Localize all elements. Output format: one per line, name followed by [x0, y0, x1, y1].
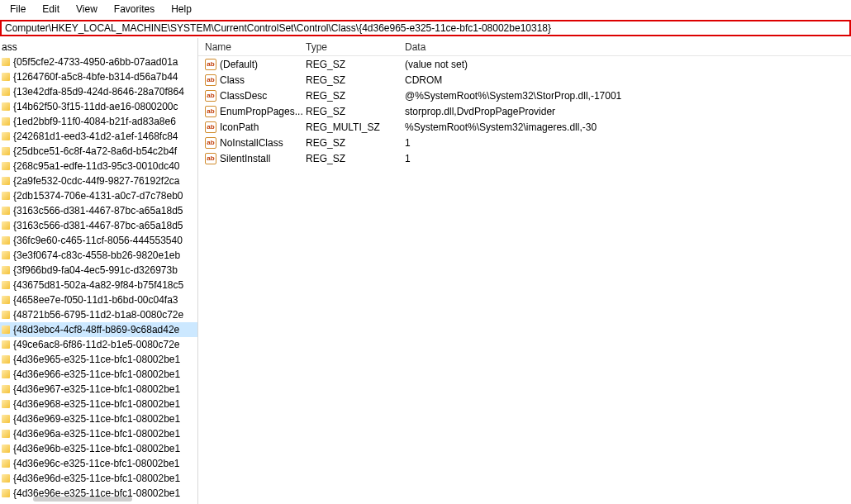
- value-type: REG_SZ: [306, 153, 405, 164]
- tree-item[interactable]: {3e3f0674-c83c-4558-bb26-9820e1eb: [0, 248, 197, 263]
- value-data: CDROM: [405, 74, 851, 86]
- tree-item[interactable]: {49ce6ac8-6f86-11d2-b1e5-0080c72e: [0, 337, 197, 352]
- value-name: IconPath: [220, 121, 259, 133]
- value-type: REG_SZ: [306, 106, 405, 117]
- column-header-data[interactable]: Data: [405, 41, 851, 53]
- value-data: (value not set): [405, 59, 851, 70]
- tree-panel[interactable]: ass {05f5cfe2-4733-4950-a6bb-07aad01a{12…: [0, 38, 198, 504]
- tree-item[interactable]: {4d36e96d-e325-11ce-bfc1-08002be1: [0, 471, 197, 486]
- value-data: 1: [405, 153, 851, 164]
- value-data: storprop.dll,DvdPropPageProvider: [405, 106, 851, 117]
- list-row[interactable]: ab(Default)REG_SZ(value not set): [198, 56, 851, 72]
- string-value-icon: ab: [205, 106, 216, 117]
- tree-item[interactable]: {4d36e96c-e325-11ce-bfc1-08002be1: [0, 456, 197, 471]
- menu-file[interactable]: File: [2, 2, 34, 17]
- tree-item[interactable]: {4d36e966-e325-11ce-bfc1-08002be1: [0, 367, 197, 382]
- tree-item[interactable]: {3163c566-d381-4467-87bc-a65a18d5: [0, 203, 197, 218]
- tree-item[interactable]: {242681d1-eed3-41d2-a1ef-1468fc84: [0, 129, 197, 144]
- list-row[interactable]: abClassREG_SZCDROM: [198, 72, 851, 88]
- value-type: REG_SZ: [306, 59, 405, 70]
- value-data: %SystemRoot%\System32\imageres.dll,-30: [405, 121, 851, 133]
- value-data: @%SystemRoot%\System32\StorProp.dll,-170…: [405, 90, 851, 102]
- list-row[interactable]: abIconPathREG_MULTI_SZ%SystemRoot%\Syste…: [198, 119, 851, 135]
- list-row[interactable]: abEnumPropPages...REG_SZstorprop.dll,Dvd…: [198, 103, 851, 119]
- value-type: REG_SZ: [306, 137, 405, 149]
- address-bar[interactable]: Computer\HKEY_LOCAL_MACHINE\SYSTEM\Curre…: [0, 20, 851, 36]
- tree-item[interactable]: {36fc9e60-c465-11cf-8056-444553540: [0, 233, 197, 248]
- tree-item[interactable]: {4d36e96b-e325-11ce-bfc1-08002be1: [0, 441, 197, 456]
- value-type: REG_MULTI_SZ: [306, 121, 405, 133]
- string-value-icon: ab: [205, 153, 216, 164]
- string-value-icon: ab: [205, 59, 216, 70]
- value-name: NoInstallClass: [220, 137, 283, 149]
- list-header[interactable]: Name Type Data: [198, 38, 851, 56]
- value-data: 1: [405, 137, 851, 149]
- tree-item[interactable]: {3163c566-d381-4467-87bc-a65a18d5: [0, 218, 197, 233]
- tree-item[interactable]: {4d36e967-e325-11ce-bfc1-08002be1: [0, 382, 197, 397]
- menu-view[interactable]: View: [68, 2, 106, 17]
- tree-item[interactable]: {4d36e968-e325-11ce-bfc1-08002be1: [0, 397, 197, 411]
- string-value-icon: ab: [205, 74, 216, 86]
- menu-bar: FileEditViewFavoritesHelp: [0, 0, 851, 18]
- tree-item[interactable]: {1ed2bbf9-11f0-4084-b21f-ad83a8e6: [0, 114, 197, 129]
- value-name: SilentInstall: [220, 153, 270, 164]
- tree-item[interactable]: {2a9fe532-0cdc-44f9-9827-76192f2ca: [0, 174, 197, 188]
- tree-item[interactable]: {05f5cfe2-4733-4950-a6bb-07aad01a: [0, 55, 197, 69]
- tree-horizontal-scrollbar[interactable]: [33, 497, 132, 502]
- tree-header-label: ass: [0, 40, 197, 55]
- value-type: REG_SZ: [306, 90, 405, 102]
- menu-edit[interactable]: Edit: [34, 2, 68, 17]
- values-list: Name Type Data ab(Default)REG_SZ(value n…: [198, 38, 851, 504]
- list-row[interactable]: abSilentInstallREG_SZ1: [198, 150, 851, 166]
- menu-favorites[interactable]: Favorites: [106, 2, 163, 17]
- address-text: Computer\HKEY_LOCAL_MACHINE\SYSTEM\Curre…: [5, 22, 551, 34]
- column-header-name[interactable]: Name: [198, 41, 306, 53]
- tree-item[interactable]: {1264760f-a5c8-4bfe-b314-d56a7b44: [0, 69, 197, 84]
- value-name: Class: [220, 74, 245, 86]
- value-name: (Default): [220, 59, 258, 70]
- tree-item[interactable]: {4658ee7e-f050-11d1-b6bd-00c04fa3: [0, 292, 197, 307]
- address-bar-container: Computer\HKEY_LOCAL_MACHINE\SYSTEM\Curre…: [0, 18, 851, 38]
- tree-item[interactable]: {43675d81-502a-4a82-9f84-b75f418c5: [0, 278, 197, 292]
- tree-item[interactable]: {48d3ebc4-4cf8-48ff-b869-9c68ad42e: [0, 322, 197, 337]
- tree-item[interactable]: {4d36e96a-e325-11ce-bfc1-08002be1: [0, 426, 197, 441]
- tree-item[interactable]: {2db15374-706e-4131-a0c7-d7c78eb0: [0, 188, 197, 203]
- value-name: ClassDesc: [220, 90, 267, 102]
- string-value-icon: ab: [205, 137, 216, 149]
- column-header-type[interactable]: Type: [306, 41, 405, 53]
- value-name: EnumPropPages...: [220, 106, 303, 117]
- tree-item[interactable]: {268c95a1-edfe-11d3-95c3-0010dc40: [0, 159, 197, 174]
- menu-help[interactable]: Help: [163, 2, 200, 17]
- tree-item[interactable]: {48721b56-6795-11d2-b1a8-0080c72e: [0, 307, 197, 322]
- tree-item[interactable]: {4d36e969-e325-11ce-bfc1-08002be1: [0, 411, 197, 426]
- tree-item[interactable]: {25dbce51-6c8f-4a72-8a6d-b54c2b4f: [0, 144, 197, 159]
- tree-item[interactable]: {14b62f50-3f15-11dd-ae16-0800200c: [0, 99, 197, 114]
- list-row[interactable]: abNoInstallClassREG_SZ1: [198, 135, 851, 150]
- tree-item[interactable]: {13e42dfa-85d9-424d-8646-28a70f864: [0, 84, 197, 99]
- list-row[interactable]: abClassDescREG_SZ@%SystemRoot%\System32\…: [198, 88, 851, 103]
- main-split: ass {05f5cfe2-4733-4950-a6bb-07aad01a{12…: [0, 38, 851, 504]
- string-value-icon: ab: [205, 121, 216, 133]
- string-value-icon: ab: [205, 90, 216, 102]
- tree-item[interactable]: {3f966bd9-fa04-4ec5-991c-d326973b: [0, 263, 197, 278]
- value-type: REG_SZ: [306, 74, 405, 86]
- tree-item[interactable]: {4d36e965-e325-11ce-bfc1-08002be1: [0, 352, 197, 367]
- list-body[interactable]: ab(Default)REG_SZ(value not set)abClassR…: [198, 56, 851, 504]
